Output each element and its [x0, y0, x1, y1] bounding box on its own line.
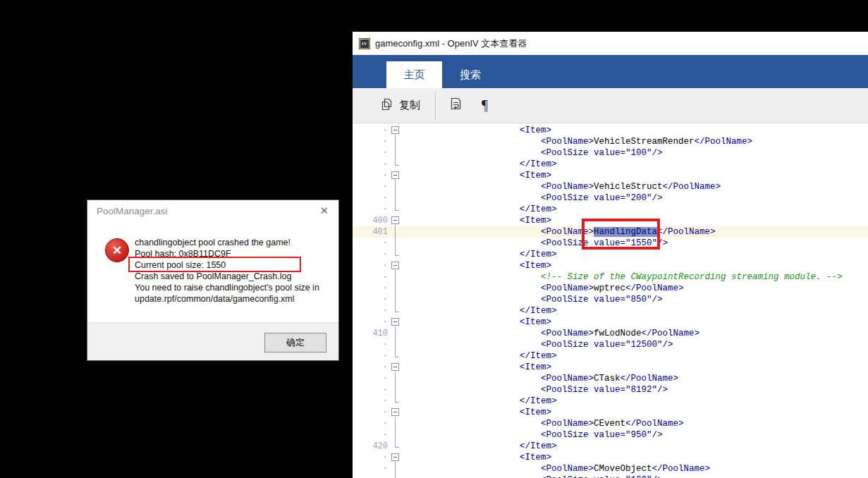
code-line[interactable]: ·<Item> — [353, 362, 868, 373]
code-line[interactable]: ·<Item> — [353, 452, 868, 463]
code-line[interactable]: ·<Item> — [353, 125, 868, 136]
dialog-close-icon[interactable]: ✕ — [319, 204, 329, 217]
code-line[interactable]: ·<PoolSize value="100"/> — [353, 147, 868, 159]
code-line[interactable]: ·</Item> — [353, 350, 868, 362]
collapse-minus-icon[interactable] — [391, 318, 399, 326]
poolmanager-dialog: PoolManager.asi ✕ ✕ chandlingobject pool… — [87, 200, 339, 361]
code-line[interactable]: ·<PoolSize value="950"/> — [353, 429, 868, 441]
collapse-minus-icon[interactable] — [391, 216, 399, 224]
pilcrow-button[interactable]: ¶ — [482, 97, 488, 114]
annotation-box-crash-message — [128, 257, 301, 272]
line-number: · — [353, 136, 388, 147]
code-line[interactable]: -</Item> — [353, 159, 868, 170]
fold-guide-line — [388, 305, 403, 317]
line-number: · — [353, 170, 388, 181]
code-line[interactable]: ·<PoolName>CTask</PoolName> — [353, 373, 868, 384]
code-text: <Item> — [403, 362, 868, 373]
dialog-titlebar[interactable]: PoolManager.asi ✕ — [87, 200, 338, 221]
code-line[interactable]: ·<Item> — [353, 317, 868, 328]
line-number: · — [353, 407, 388, 418]
line-number: · — [353, 204, 388, 215]
code-line[interactable]: -<PoolSize value="8192"/> — [353, 384, 868, 396]
line-number: 401 — [353, 226, 388, 238]
collapse-minus-icon[interactable] — [391, 262, 399, 269]
collapse-minus-icon[interactable] — [391, 363, 399, 371]
dialog-body: ✕ chandlingobject pool crashed the game!… — [87, 221, 338, 324]
code-line[interactable]: ·</Item> — [353, 396, 868, 407]
code-text: </Item> — [403, 350, 868, 362]
code-line[interactable]: ·</Item> — [353, 249, 868, 260]
code-text: <PoolName>VehicleStreamRender</PoolName> — [403, 136, 868, 147]
line-number: · — [353, 418, 388, 429]
collapse-minus-icon[interactable] — [391, 171, 399, 179]
line-number: · — [353, 396, 388, 407]
fold-collapse-icon[interactable] — [388, 260, 403, 271]
text-editor[interactable]: ·<Item>·<PoolName>VehicleStreamRender</P… — [353, 123, 868, 478]
code-line[interactable]: ·<PoolSize value="200"/> — [353, 192, 868, 204]
code-line[interactable]: -<!-- Size of the CWaypointRecording str… — [353, 271, 868, 283]
code-text: <PoolName>CMoveObject</PoolName> — [403, 463, 868, 474]
fold-guide-line — [388, 249, 403, 260]
fold-collapse-icon[interactable] — [388, 407, 403, 418]
ribbon-tab-bar: 主页 搜索 — [353, 55, 868, 88]
fold-collapse-icon[interactable] — [388, 215, 403, 226]
line-number: · — [353, 452, 388, 463]
line-number: · — [353, 339, 388, 350]
fold-collapse-icon[interactable] — [388, 317, 403, 328]
fold-guide-line — [388, 429, 403, 441]
fold-guide-line — [388, 226, 403, 238]
fold-collapse-icon[interactable] — [388, 362, 403, 373]
ok-button[interactable]: 确定 — [264, 333, 326, 353]
dialog-message-line: Crash saved to PoolManager_Crash.log — [135, 271, 319, 282]
code-line[interactable]: ·<PoolName>wptrec</PoolName> — [353, 283, 868, 294]
copy-button-label: 复制 — [399, 99, 420, 112]
code-text: <PoolSize value="100"/> — [403, 147, 868, 159]
line-number: · — [353, 192, 388, 204]
code-text: <PoolName>VehicleStruct</PoolName> — [403, 181, 868, 192]
code-line[interactable]: ·<Item> — [353, 407, 868, 418]
fold-collapse-icon[interactable] — [388, 170, 403, 181]
code-text: <!-- Size of the CWaypointRecording stre… — [403, 271, 868, 283]
code-line[interactable]: ·<Item> — [353, 260, 868, 271]
code-line[interactable]: ·<PoolSize value="12500"/> — [353, 339, 868, 350]
collapse-minus-icon[interactable] — [391, 453, 399, 461]
code-line[interactable]: 420</Item> — [353, 441, 868, 452]
line-number: · — [353, 125, 388, 136]
code-text: </Item> — [403, 396, 868, 407]
collapse-minus-icon[interactable] — [391, 126, 399, 134]
window-titlebar[interactable]: IV gameconfig.xml - OpenIV 文本查看器 — [353, 32, 868, 55]
copy-button[interactable]: 复制 — [379, 97, 420, 114]
code-line[interactable]: ·<Item> — [353, 170, 868, 181]
fold-guide-line — [388, 159, 403, 170]
line-number: · — [353, 283, 388, 294]
code-line[interactable]: ·<PoolName>VehicleStreamRender</PoolName… — [353, 136, 868, 147]
collapse-minus-icon[interactable] — [391, 408, 399, 416]
word-wrap-button[interactable] — [448, 97, 463, 114]
code-line[interactable]: ·<PoolName>VehicleStruct</PoolName> — [353, 181, 868, 192]
line-number: · — [353, 373, 388, 384]
line-number: · — [353, 350, 388, 362]
code-line[interactable]: ·</Item> — [353, 305, 868, 317]
line-number: · — [353, 260, 388, 271]
fold-collapse-icon[interactable] — [388, 125, 403, 136]
pilcrow-icon: ¶ — [482, 97, 488, 113]
code-line[interactable]: ·<PoolSize value="850"/> — [353, 294, 868, 305]
code-line[interactable]: ·<PoolName>CEvent</PoolName> — [353, 418, 868, 429]
code-text: </Item> — [403, 159, 868, 170]
code-line[interactable]: 410<PoolName>fwLodNode</PoolName> — [353, 328, 868, 339]
code-text: <PoolSize value="200"/> — [403, 192, 868, 204]
fold-guide-line — [388, 204, 403, 215]
code-line[interactable]: ·<PoolName>CMoveObject</PoolName> — [353, 463, 868, 474]
line-number: · — [353, 429, 388, 441]
tab-search[interactable]: 搜索 — [442, 61, 499, 88]
fold-guide-line — [388, 384, 403, 396]
error-icon: ✕ — [105, 238, 129, 262]
fold-collapse-icon[interactable] — [388, 452, 403, 463]
code-text: </Item> — [403, 204, 868, 215]
word-wrap-icon — [448, 102, 463, 114]
code-line[interactable]: ·</Item> — [353, 204, 868, 215]
tab-home[interactable]: 主页 — [386, 61, 442, 88]
line-number: 410 — [353, 328, 388, 339]
code-line[interactable]: ·<PoolSize value="100"/> — [353, 474, 868, 478]
annotation-box-handlingdata — [582, 219, 660, 250]
